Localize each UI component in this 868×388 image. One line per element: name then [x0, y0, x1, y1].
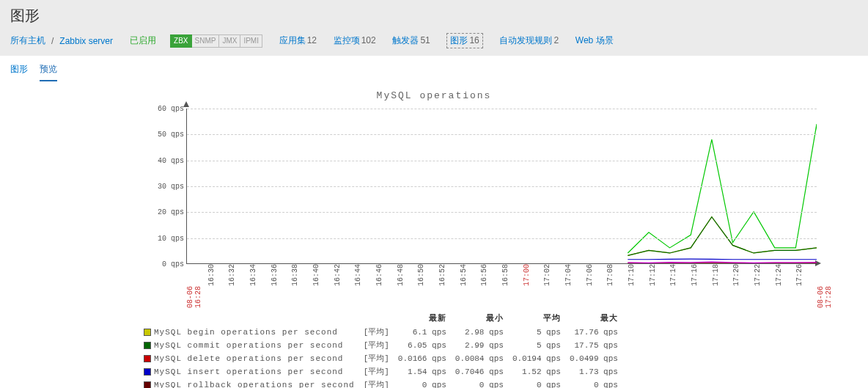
x-tick-label: 16:44	[354, 264, 362, 286]
legend-name: MySQL commit operations per second	[144, 340, 362, 351]
legend-col-avg: 平均	[512, 312, 568, 325]
legend-last: 6.1 qps	[398, 326, 454, 338]
protocol-zbx[interactable]: ZBX	[170, 34, 191, 48]
x-tick-label: 17:10	[628, 264, 636, 286]
legend-agg: [平均]	[364, 326, 397, 338]
grid-line	[187, 212, 817, 213]
grid-line	[187, 109, 817, 109]
x-tick-label: 17:02	[543, 264, 551, 286]
legend-row: MySQL delete operations per second[平均]0.…	[144, 353, 625, 365]
x-tick-label: 17:20	[732, 264, 740, 286]
legend-row: MySQL insert operations per second[平均]1.…	[144, 366, 625, 378]
x-tick-label: 16:48	[397, 264, 405, 286]
legend-last: 0 qps	[398, 379, 454, 388]
x-tick-label: 17:14	[669, 264, 677, 286]
y-tick-label: 20 qps	[158, 208, 184, 216]
breadcrumb-separator: /	[51, 36, 54, 46]
x-tick-label: 16:34	[249, 264, 257, 286]
legend-avg: 1.52 qps	[512, 366, 568, 378]
chart-area: MySQL operations 0 qps10 qps20 qps30 qps…	[0, 81, 868, 388]
legend-swatch	[144, 381, 151, 388]
x-tick-label: 17:04	[564, 264, 573, 286]
nav-discovery[interactable]: 自动发现规则2	[499, 34, 559, 47]
x-tick-label: 16:58	[501, 264, 510, 286]
x-tick-label: 08-06 16:28	[186, 264, 202, 308]
legend-agg: [平均]	[364, 366, 397, 378]
x-tick-label: 16:40	[312, 264, 320, 286]
chart-plot: 0 qps10 qps20 qps30 qps40 qps50 qps60 qp…	[186, 109, 817, 264]
x-tick-label: 16:50	[417, 264, 425, 286]
tabs: 图形 预览	[0, 56, 868, 81]
breadcrumb: 所有主机 / Zabbix server 已启用 ZBX SNMP JMX IP…	[10, 33, 858, 56]
legend-col-max: 最大	[570, 312, 625, 325]
chart-box: 0 qps10 qps20 qps30 qps40 qps50 qps60 qp…	[142, 103, 817, 308]
breadcrumb-all-hosts[interactable]: 所有主机	[10, 34, 45, 47]
x-tick-label: 16:42	[334, 264, 342, 286]
legend-last: 0.0166 qps	[398, 353, 454, 365]
y-tick-label: 0 qps	[162, 260, 184, 268]
grid-line	[187, 238, 817, 239]
legend-avg: 5 qps	[512, 326, 568, 338]
legend-swatch	[144, 355, 151, 362]
legend-row: MySQL rollback operations per second[平均]…	[144, 379, 625, 388]
tab-graph[interactable]: 图形	[10, 63, 28, 81]
legend-swatch	[144, 329, 151, 336]
nav-triggers[interactable]: 触发器51	[392, 34, 430, 47]
legend-max: 1.73 qps	[570, 366, 625, 378]
legend-name: MySQL begin operations per second	[144, 326, 362, 338]
legend-last: 6.05 qps	[398, 340, 454, 351]
x-tick-label: 17:16	[691, 264, 699, 286]
x-tick-label: 16:54	[460, 264, 468, 286]
legend-name: MySQL rollback operations per second	[144, 379, 362, 388]
legend-min: 2.99 qps	[455, 340, 511, 351]
legend-table: 最新 最小 平均 最大 MySQL begin operations per s…	[142, 311, 627, 388]
x-tick-label: 17:00	[523, 264, 531, 286]
legend-swatch	[144, 342, 151, 349]
protocol-ipmi[interactable]: IPMI	[240, 34, 262, 48]
y-tick-label: 30 qps	[158, 183, 184, 191]
x-tick-label: 17:22	[754, 264, 762, 286]
x-tick-label: 17:12	[649, 264, 657, 286]
legend-name: MySQL delete operations per second	[144, 353, 362, 365]
nav-applications[interactable]: 应用集12	[279, 34, 317, 47]
protocol-jmx[interactable]: JMX	[219, 34, 240, 48]
legend-last: 1.54 qps	[398, 366, 454, 378]
x-tick-label: 17:24	[775, 264, 783, 286]
legend-col-last: 最新	[398, 312, 454, 325]
x-tick-label: 17:18	[712, 264, 720, 286]
legend-max: 17.75 qps	[570, 340, 625, 351]
x-tick-label: 16:36	[271, 264, 279, 286]
nav-graphs[interactable]: 图形16	[446, 33, 482, 48]
x-tick-label: 16:38	[291, 264, 299, 286]
y-tick-label: 40 qps	[158, 156, 184, 164]
series-line	[628, 124, 817, 253]
legend-avg: 0 qps	[512, 379, 568, 388]
nav-web[interactable]: Web 场景	[575, 34, 614, 47]
x-tick-label: 17:26	[795, 264, 803, 286]
legend-max: 17.76 qps	[570, 326, 625, 338]
legend-header-row: 最新 最小 平均 最大	[144, 312, 625, 325]
series-line	[628, 217, 817, 256]
page-title: 图形	[10, 6, 858, 26]
y-tick-label: 60 qps	[158, 105, 184, 113]
legend-agg: [平均]	[364, 353, 397, 365]
protocol-group: ZBX SNMP JMX IPMI	[170, 34, 262, 48]
grid-line	[187, 186, 817, 187]
grid-line	[187, 134, 817, 135]
legend-agg: [平均]	[364, 379, 397, 388]
legend-name: MySQL insert operations per second	[144, 366, 362, 378]
breadcrumb-host[interactable]: Zabbix server	[59, 36, 113, 46]
x-tick-label: 16:46	[375, 264, 383, 286]
legend-max: 0.0499 qps	[570, 353, 625, 365]
x-tick-label: 16:56	[480, 264, 488, 286]
legend-avg: 0.0194 qps	[512, 353, 568, 365]
legend-col-min: 最小	[455, 312, 511, 325]
legend-min: 0.0084 qps	[455, 353, 511, 365]
x-tick-label: 08-06 17:28	[817, 264, 833, 308]
tab-preview[interactable]: 预览	[40, 63, 57, 81]
status-enabled: 已启用	[130, 34, 156, 47]
nav-items[interactable]: 监控项102	[334, 34, 376, 47]
x-tick-label: 17:06	[586, 264, 594, 286]
protocol-snmp[interactable]: SNMP	[192, 34, 220, 48]
x-axis: 08-06 16:2816:3016:3216:3416:3616:3816:4…	[186, 264, 817, 308]
